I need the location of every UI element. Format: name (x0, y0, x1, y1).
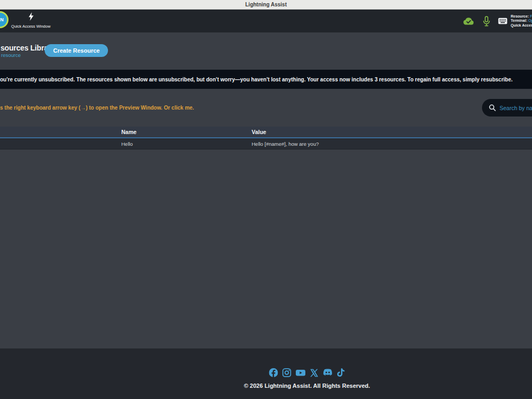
table-row[interactable]: Hello Hello [#name#], how are you? (0, 138, 532, 149)
window-titlebar: Lightning Assist (0, 0, 532, 10)
quick-access-window-button[interactable]: Quick Access Window (12, 12, 50, 29)
tiktok-icon[interactable] (337, 368, 345, 377)
keyboard-icon (498, 18, 508, 24)
app-toolbar: ON Quick Access Window (0, 10, 532, 32)
microphone-icon[interactable] (483, 16, 490, 27)
shortcut-status-lines: Resource: F1 Terminal: Op Quick Access (511, 14, 532, 28)
resource-name-cell: Hello (121, 138, 133, 149)
unsubscribed-banner: ou're currently unsubscribed. The resour… (0, 70, 532, 89)
app-logo[interactable]: ON (0, 11, 9, 28)
search-icon (489, 104, 496, 111)
preview-window-notice[interactable]: s the right keyboard arrow key (→) to op… (0, 105, 194, 111)
youtube-icon[interactable] (296, 368, 306, 377)
social-links-row (269, 368, 345, 377)
copyright-text: © 2026 Lightning Assist. All Rights Rese… (244, 383, 370, 389)
status-terminal-line: Terminal: Op (511, 19, 532, 23)
shortcut-status-group: Resource: F1 Terminal: Op Quick Access (498, 14, 532, 28)
search-bar (482, 99, 532, 117)
discord-icon[interactable] (323, 369, 333, 377)
facebook-icon[interactable] (269, 368, 278, 377)
instagram-icon[interactable] (282, 368, 292, 377)
app-logo-label: ON (0, 17, 4, 22)
status-quick-access-line: Quick Access (511, 23, 532, 28)
window-title: Lightning Assist (245, 2, 287, 7)
toolbar-right-cluster: Resource: F1 Terminal: Op Quick Access (462, 10, 532, 32)
page-subtitle: resource (1, 52, 21, 58)
resource-value-cell: Hello [#name#], how are you? (252, 138, 319, 149)
column-header-value: Value (252, 127, 266, 138)
unsubscribed-banner-text: ou're currently unsubscribed. The resour… (0, 77, 513, 82)
column-header-name: Name (121, 127, 137, 138)
quick-access-label: Quick Access Window (11, 24, 51, 29)
cloud-sync-icon[interactable] (462, 16, 475, 26)
status-resource-line: Resource: F1 (511, 14, 532, 19)
search-input[interactable] (500, 105, 532, 111)
x-icon[interactable] (310, 369, 319, 377)
resources-table-header: Name Value (0, 127, 532, 138)
footer: © 2026 Lightning Assist. All Rights Rese… (0, 348, 532, 399)
create-resource-button[interactable]: Create Resource (45, 44, 108, 57)
lightning-bolt-icon (28, 12, 34, 23)
